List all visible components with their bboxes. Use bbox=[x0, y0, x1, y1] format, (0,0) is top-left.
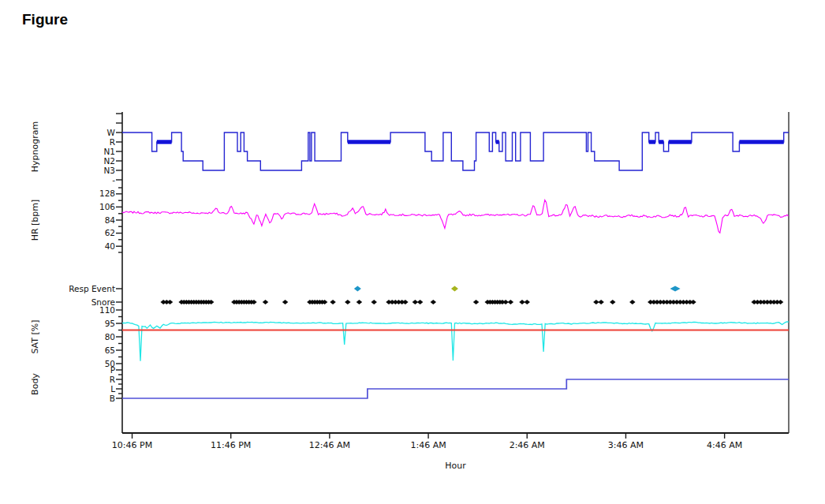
svg-text:40: 40 bbox=[105, 241, 115, 251]
svg-text:L: L bbox=[110, 384, 115, 394]
svg-text:10:46 PM: 10:46 PM bbox=[112, 440, 152, 450]
svg-text:N3: N3 bbox=[103, 166, 115, 175]
figure-page: Figure WRN1N2N3-128106846240Resp EventSn… bbox=[0, 0, 825, 504]
body-panel-label: Body bbox=[30, 373, 40, 395]
svg-text:P: P bbox=[110, 365, 115, 375]
svg-text:R: R bbox=[110, 375, 115, 384]
svg-text:Hour: Hour bbox=[445, 461, 466, 471]
svg-text:106: 106 bbox=[99, 202, 115, 211]
sat-axis: 11095806550 bbox=[99, 305, 122, 368]
svg-text:62: 62 bbox=[105, 228, 115, 237]
svg-text:65: 65 bbox=[105, 345, 115, 355]
panel-labels: HypnogramHR [bpm]SAT [%]Body bbox=[30, 121, 40, 395]
svg-text:N2: N2 bbox=[103, 156, 115, 166]
x-axis: 10:46 PM11:46 PM12:46 AM1:46 AM2:46 AM3:… bbox=[112, 433, 742, 450]
body-position-trace bbox=[122, 379, 789, 398]
svg-text:84: 84 bbox=[105, 215, 116, 225]
axes bbox=[122, 112, 789, 433]
svg-text:N1: N1 bbox=[103, 147, 115, 156]
event-rows-axis: Resp EventSnore bbox=[69, 284, 122, 307]
hypnogram-trace bbox=[122, 133, 789, 170]
resp-event-markers bbox=[354, 286, 681, 292]
sat-trace bbox=[122, 322, 789, 361]
hr-trace bbox=[122, 200, 789, 233]
svg-text:1:46 AM: 1:46 AM bbox=[410, 440, 446, 450]
svg-text:-: - bbox=[112, 175, 115, 185]
svg-text:B: B bbox=[110, 394, 115, 403]
x-axis-title: Hour bbox=[445, 461, 466, 471]
svg-text:11:46 PM: 11:46 PM bbox=[211, 440, 251, 450]
svg-text:12:46 AM: 12:46 AM bbox=[309, 440, 350, 450]
sleep-study-figure: WRN1N2N3-128106846240Resp EventSnore1109… bbox=[0, 0, 825, 504]
svg-text:Resp Event: Resp Event bbox=[69, 284, 115, 293]
svg-text:2:46 AM: 2:46 AM bbox=[510, 440, 545, 450]
svg-text:80: 80 bbox=[105, 332, 115, 342]
svg-text:4:46 AM: 4:46 AM bbox=[707, 440, 742, 450]
svg-text:R: R bbox=[110, 137, 115, 147]
hypnogram-axis: WRN1N2N3- bbox=[103, 114, 122, 185]
body-axis: PRLB bbox=[110, 365, 122, 403]
svg-text:W: W bbox=[107, 128, 116, 137]
sleep-summary-chart: WRN1N2N3-128106846240Resp EventSnore1109… bbox=[0, 0, 825, 504]
hypnogram-panel-label: Hypnogram bbox=[30, 121, 40, 172]
svg-text:128: 128 bbox=[99, 189, 115, 198]
svg-text:3:46 AM: 3:46 AM bbox=[608, 440, 644, 450]
hr-panel-label: HR [bpm] bbox=[30, 200, 40, 241]
svg-text:95: 95 bbox=[105, 319, 115, 328]
svg-text:110: 110 bbox=[99, 305, 115, 315]
sat-panel-label: SAT [%] bbox=[30, 319, 40, 353]
snore-markers bbox=[160, 300, 783, 304]
hr-axis: 128106846240 bbox=[99, 188, 122, 252]
